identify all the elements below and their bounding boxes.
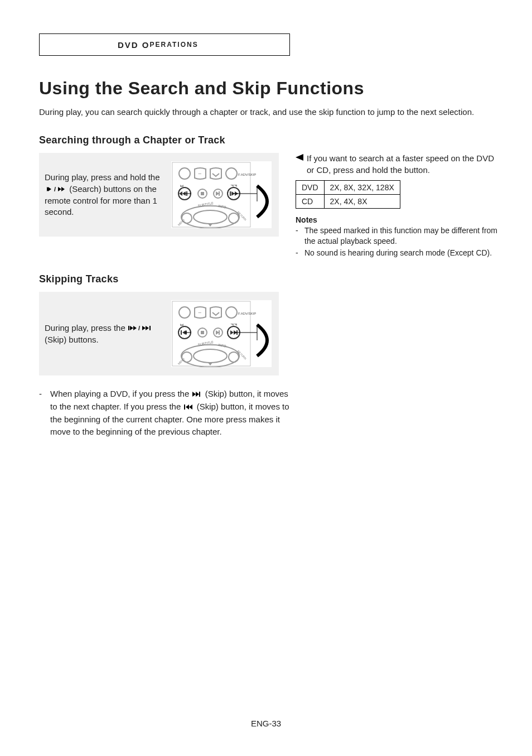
header-title-small: PERATIONS <box>150 41 199 49</box>
speed-medium-1: CD <box>296 194 325 208</box>
svg-text:−: − <box>198 309 201 316</box>
skip-instruction-block: During play, press the / (Skip) buttons. <box>39 292 279 375</box>
skip-instruction-pre: During play, press the <box>45 323 125 333</box>
svg-marker-3 <box>58 187 61 191</box>
prev-next-track-icon: / <box>128 323 152 334</box>
svg-marker-45 <box>146 326 149 330</box>
section1-right: If you want to search at a faster speed … <box>296 153 501 259</box>
intro-text: During play, you can search quickly thro… <box>39 107 501 118</box>
svg-marker-82 <box>196 392 199 397</box>
skip-instruction-text: During play, press the / (Skip) buttons. <box>45 322 165 346</box>
remote-diagram-2: − F.ADV/SKIP <box>171 300 272 367</box>
remote-diagram-1: − F.ADV/SKIP <box>171 161 272 228</box>
svg-marker-42 <box>133 326 137 330</box>
svg-rect-57 <box>201 331 204 334</box>
svg-text:−: − <box>198 170 201 177</box>
speed-table: DVD2X, 8X, 32X, 128X CD2X, 4X, 8X <box>296 180 400 209</box>
svg-text:/: / <box>138 325 140 331</box>
svg-text:/: / <box>54 186 56 192</box>
svg-marker-85 <box>186 405 189 410</box>
svg-marker-81 <box>192 392 196 397</box>
skip-explain-pre: When playing a DVD, if you press the <box>50 389 189 398</box>
notes-list: -The speed marked in this function may b… <box>296 225 501 258</box>
skip-instruction-post: (Skip) buttons. <box>45 335 99 344</box>
section-header: DVD OPERATIONS <box>39 33 290 56</box>
svg-marker-39 <box>296 154 303 161</box>
search-instruction-text: During play, press and hold the / (Searc… <box>45 172 165 218</box>
search-instruction-block: During play, press and hold the / (Searc… <box>39 153 279 237</box>
speed-values-1: 2X, 4X, 8X <box>324 194 400 208</box>
pointer-left-icon <box>296 153 303 164</box>
rewind-ffwd-icon: / <box>45 184 67 195</box>
table-row: CD2X, 4X, 8X <box>296 194 400 208</box>
svg-marker-41 <box>130 326 133 330</box>
faster-speed-text: If you want to search at a faster speed … <box>307 153 501 176</box>
table-row: DVD2X, 8X, 32X, 128X <box>296 180 400 194</box>
svg-marker-1 <box>48 187 51 191</box>
svg-marker-4 <box>61 187 65 191</box>
search-instruction-pre: During play, press and hold the <box>45 172 160 182</box>
skip-explanation: - When playing a DVD, if you press the (… <box>39 388 501 437</box>
page-title: Using the Search and Skip Functions <box>39 78 501 99</box>
page-footer: ENG-33 <box>0 719 532 728</box>
svg-marker-86 <box>189 405 192 410</box>
speed-values-0: 2X, 8X, 32X, 128X <box>324 180 400 194</box>
svg-text:F.ADV/SKIP: F.ADV/SKIP <box>238 173 256 176</box>
svg-rect-15 <box>201 192 204 195</box>
header-title-main: DVD O <box>118 40 150 50</box>
speed-medium-0: DVD <box>296 180 325 194</box>
next-track-icon <box>191 388 202 401</box>
note-1: No sound is hearing during search mode (… <box>304 248 492 258</box>
svg-text:F.ADV/SKIP: F.ADV/SKIP <box>238 312 256 315</box>
note-0: The speed marked in this function may be… <box>304 225 501 247</box>
section2-heading: Skipping Tracks <box>39 273 501 285</box>
section1-heading: Searching through a Chapter or Track <box>39 134 501 146</box>
prev-track-icon <box>183 401 194 413</box>
svg-marker-44 <box>142 326 146 330</box>
notes-heading: Notes <box>296 215 501 224</box>
